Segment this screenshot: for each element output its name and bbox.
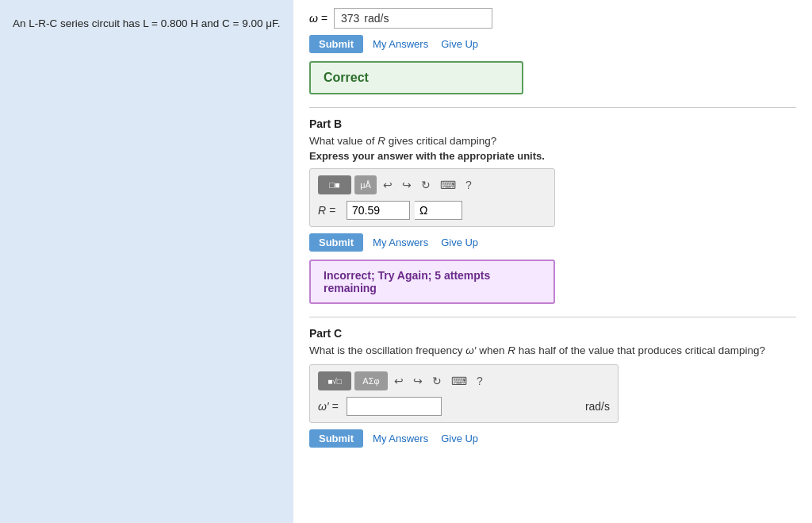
part-b-math-container: □■ μÅ ↩ ↪ ↻ ⌨ ? R =: [309, 168, 555, 227]
omega-prime-label: ω′: [465, 344, 476, 356]
part-b-express-label: Express your answer with the appropriate…: [309, 150, 796, 162]
part-c-toolbar-btn1[interactable]: ■√□: [318, 371, 351, 390]
part-c-omega-label: ω′ =: [318, 400, 342, 413]
part-a-answer-row: ω = 373 rad/s: [309, 8, 796, 29]
part-a-actions: Submit My Answers Give Up: [309, 35, 796, 53]
part-a-unit: rad/s: [364, 12, 389, 25]
part-c-toolbar: ■√□ ΑΣφ ↩ ↪ ↻ ⌨ ?: [318, 371, 610, 390]
circuit-description: An L-R-C series circuit has L = 0.800 H …: [13, 16, 281, 32]
part-c-undo-button[interactable]: ↩: [391, 371, 407, 390]
part-b-question: What value of R gives critical damping?: [309, 135, 796, 147]
part-c-unit-label: rad/s: [585, 400, 610, 413]
part-c-help-button[interactable]: ?: [473, 371, 486, 390]
part-a-my-answers-button[interactable]: My Answers: [370, 38, 431, 50]
part-b-toolbar-btn2[interactable]: μÅ: [354, 175, 377, 194]
part-c-submit-button[interactable]: Submit: [309, 429, 363, 448]
part-b-keyboard-button[interactable]: ⌨: [437, 175, 459, 194]
part-c-my-answers-button[interactable]: My Answers: [370, 433, 431, 444]
correct-banner: Correct: [309, 61, 523, 94]
part-c-heading: Part C: [309, 327, 796, 340]
part-c-give-up-button[interactable]: Give Up: [438, 433, 481, 444]
part-b-toolbar: □■ μÅ ↩ ↪ ↻ ⌨ ?: [318, 175, 546, 194]
part-b-give-up-button[interactable]: Give Up: [438, 237, 481, 248]
r-italic: R: [377, 135, 385, 147]
correct-text: Correct: [324, 71, 369, 84]
divider-bc: [309, 317, 796, 317]
incorrect-banner: Incorrect; Try Again; 5 attempts remaini…: [309, 260, 555, 304]
part-b-submit-button[interactable]: Submit: [309, 233, 363, 252]
part-b-input-row: R =: [318, 201, 546, 220]
part-a-submit-button[interactable]: Submit: [309, 35, 363, 53]
part-a-value: 373: [341, 12, 359, 25]
r-italic-c: R: [508, 344, 515, 356]
part-b-r-label: R =: [318, 204, 342, 217]
part-a-answer-input: 373 rad/s: [334, 8, 492, 29]
part-b-section: Part B What value of R gives critical da…: [309, 117, 796, 304]
part-c-redo-button[interactable]: ↪: [410, 371, 426, 390]
left-panel: An L-R-C series circuit has L = 0.800 H …: [0, 0, 293, 523]
part-b-value-input[interactable]: [347, 201, 410, 220]
omega-label: ω =: [309, 12, 327, 25]
part-c-section: Part C What is the oscillation frequency…: [309, 327, 796, 448]
part-b-heading: Part B: [309, 117, 796, 130]
part-b-actions: Submit My Answers Give Up: [309, 233, 796, 252]
divider-ab: [309, 107, 796, 108]
part-c-question: What is the oscillation frequency ω′ whe…: [309, 344, 796, 356]
part-c-keyboard-button[interactable]: ⌨: [448, 371, 470, 390]
part-b-undo-button[interactable]: ↩: [380, 175, 396, 194]
part-b-unit-input[interactable]: [415, 201, 462, 220]
right-panel: ω = 373 rad/s Submit My Answers Give Up …: [293, 0, 812, 523]
part-a-give-up-button[interactable]: Give Up: [438, 38, 481, 50]
part-c-input-row: ω′ = rad/s: [318, 397, 610, 416]
part-c-reset-button[interactable]: ↻: [429, 371, 445, 390]
part-b-toolbar-btn1[interactable]: □■: [318, 175, 351, 194]
part-b-my-answers-button[interactable]: My Answers: [370, 237, 431, 248]
part-c-value-input[interactable]: [347, 397, 442, 416]
part-c-math-container: ■√□ ΑΣφ ↩ ↪ ↻ ⌨ ? ω′ = rad/s: [309, 364, 619, 423]
part-b-redo-button[interactable]: ↪: [399, 175, 415, 194]
part-b-reset-button[interactable]: ↻: [418, 175, 434, 194]
part-c-actions: Submit My Answers Give Up: [309, 429, 796, 448]
part-b-help-button[interactable]: ?: [462, 175, 475, 194]
incorrect-text: Incorrect; Try Again; 5 attempts remaini…: [324, 269, 490, 294]
part-c-toolbar-btn2[interactable]: ΑΣφ: [354, 371, 388, 390]
